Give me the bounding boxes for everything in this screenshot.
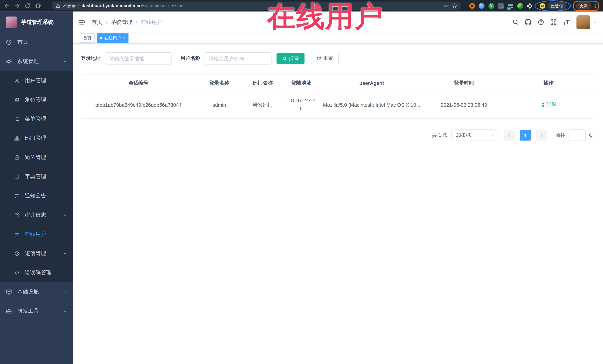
sidebar-item-errcode-mgmt[interactable]: 错误码管理 bbox=[0, 263, 73, 282]
reset-button[interactable]: 重置 bbox=[311, 53, 339, 64]
sidebar-item-user-mgmt[interactable]: 用户管理 bbox=[0, 71, 73, 90]
filter-form: 登录地址 用户名称 搜索 重置 bbox=[81, 52, 593, 65]
monitor-chart-icon bbox=[6, 289, 12, 295]
close-icon[interactable]: × bbox=[123, 36, 126, 40]
extension-leaf-icon[interactable] bbox=[517, 3, 523, 9]
extension-gray-icon[interactable] bbox=[498, 3, 504, 9]
chevron-down-icon bbox=[63, 213, 67, 217]
cell-login-ip: 101.87.244.46 bbox=[283, 95, 319, 114]
chevron-down-icon bbox=[63, 251, 67, 256]
sidebar: 芋道管理系统 首页 系统管理 用户管理 角色管理 bbox=[0, 11, 73, 364]
tag-home[interactable]: 首页 bbox=[80, 33, 95, 43]
address-bar[interactable]: 不安全 dashboard.yudao.iocoder.cn/system/us… bbox=[52, 1, 461, 10]
col-session-id: 会话编号 bbox=[81, 78, 196, 88]
page-number-1[interactable]: 1 bbox=[520, 130, 531, 141]
caret-down-icon[interactable] bbox=[593, 20, 597, 24]
url-host: dashboard.yudao.iocoder.cn bbox=[81, 3, 142, 8]
sidebar-item-role-mgmt[interactable]: 角色管理 bbox=[0, 90, 73, 110]
bookmark-star-icon[interactable] bbox=[452, 3, 457, 9]
search-button[interactable]: 搜索 bbox=[277, 53, 304, 64]
extension-donut-icon[interactable] bbox=[469, 3, 475, 9]
fullscreen-icon[interactable] bbox=[550, 19, 557, 25]
badge-icon bbox=[14, 155, 20, 160]
search-icon bbox=[282, 56, 287, 61]
gear-icon bbox=[6, 58, 12, 65]
profile-chip[interactable]: 已暂停 bbox=[537, 2, 569, 9]
sidebar-item-label: 研发工具 bbox=[17, 308, 39, 315]
login-addr-label: 登录地址 bbox=[81, 55, 101, 62]
trash-icon bbox=[541, 102, 545, 107]
warning-icon bbox=[55, 3, 60, 8]
app-logo[interactable]: 芋道管理系统 bbox=[0, 11, 73, 33]
system-submenu: 用户管理 角色管理 菜单管理 部门管理 岗位管理 bbox=[0, 71, 73, 282]
user-name-input[interactable] bbox=[205, 52, 272, 65]
sessions-table: 会话编号 登录名称 部门名称 登陆地址 userAgent 登录时间 操作 bf… bbox=[81, 75, 593, 119]
total-count: 共 1 条 bbox=[432, 132, 448, 139]
cell-session-id: bfbb1ab79ba849e49fb26ddb56a73044 bbox=[81, 100, 196, 109]
sidebar-item-label: 系统管理 bbox=[17, 58, 39, 65]
prev-page-button[interactable] bbox=[504, 130, 514, 141]
sidebar-item-notice[interactable]: 通知公告 bbox=[0, 186, 73, 206]
sidebar-item-devtools[interactable]: 研发工具 bbox=[0, 302, 73, 321]
comment-icon bbox=[14, 193, 20, 199]
force-logout-button[interactable]: 强退 bbox=[541, 101, 557, 108]
next-page-button[interactable] bbox=[536, 130, 547, 141]
log-edit-icon bbox=[14, 212, 20, 218]
col-login-time: 登录时间 bbox=[424, 78, 504, 88]
avatar[interactable] bbox=[577, 15, 590, 29]
app-header: 首页 / 系统管理 / 在线用户 TT bbox=[73, 11, 603, 33]
user-icon bbox=[14, 78, 20, 83]
page-size-select[interactable]: 20条/页 bbox=[452, 129, 498, 141]
chevron-left-icon bbox=[507, 133, 511, 137]
col-actions: 操作 bbox=[504, 78, 593, 88]
table-header-row: 会话编号 登录名称 部门名称 登陆地址 userAgent 登录时间 操作 bbox=[81, 75, 593, 91]
sidebar-item-sms-mgmt[interactable]: 短信管理 bbox=[0, 244, 73, 263]
caret-down-icon bbox=[491, 133, 495, 137]
breadcrumb-home[interactable]: 首页 bbox=[92, 19, 102, 26]
sidebar-item-dict-mgmt[interactable]: 字典管理 bbox=[0, 167, 73, 187]
sidebar-item-audit-log[interactable]: 审计日志 bbox=[0, 206, 73, 225]
book-icon bbox=[14, 174, 20, 179]
home-icon[interactable] bbox=[35, 3, 41, 9]
search-icon[interactable] bbox=[512, 19, 519, 25]
table-row: bfbb1ab79ba849e49fb26ddb56a73044 admin 研… bbox=[81, 91, 593, 119]
chrome-menu-icon[interactable] bbox=[594, 2, 596, 9]
help-icon[interactable] bbox=[537, 19, 544, 25]
address-divider bbox=[79, 3, 79, 8]
login-addr-input[interactable] bbox=[105, 52, 172, 65]
dashboard-icon bbox=[6, 39, 12, 45]
sidebar-item-label: 菜单管理 bbox=[25, 116, 46, 122]
col-login-ip: 登陆地址 bbox=[283, 77, 319, 88]
update-button[interactable]: 更新 bbox=[576, 2, 591, 9]
sidebar-item-system[interactable]: 系统管理 bbox=[0, 52, 73, 71]
github-icon[interactable] bbox=[525, 19, 531, 25]
back-icon[interactable] bbox=[4, 3, 10, 9]
forward-icon[interactable] bbox=[14, 3, 20, 9]
extension-v-icon[interactable]: V bbox=[488, 3, 494, 9]
tag-online-users[interactable]: 在线用户 × bbox=[97, 33, 128, 43]
hamburger-icon[interactable] bbox=[79, 19, 86, 26]
reload-icon[interactable] bbox=[25, 3, 31, 9]
extension-drop-icon[interactable] bbox=[479, 3, 485, 9]
sidebar-item-dept-mgmt[interactable]: 部门管理 bbox=[0, 129, 73, 148]
sidebar-item-label: 部门管理 bbox=[25, 135, 46, 142]
screen: 不安全 dashboard.yudao.iocoder.cn/system/us… bbox=[0, 0, 603, 364]
password-key-icon[interactable] bbox=[444, 3, 449, 9]
sidebar-item-online-users[interactable]: 在线用户 bbox=[0, 225, 73, 244]
url-text: dashboard.yudao.iocoder.cn/system/user-s… bbox=[81, 3, 183, 8]
extension-translate-icon[interactable]: en bbox=[508, 3, 513, 9]
sidebar-item-label: 岗位管理 bbox=[25, 154, 46, 161]
goto-page-input[interactable] bbox=[568, 129, 586, 141]
chevron-right-icon bbox=[539, 133, 544, 137]
user-name-label: 用户名称 bbox=[180, 55, 200, 62]
sidebar-item-home[interactable]: 首页 bbox=[0, 33, 73, 52]
sidebar-item-menu-mgmt[interactable]: 菜单管理 bbox=[0, 110, 73, 129]
list-icon bbox=[14, 116, 20, 122]
sidebar-item-infra[interactable]: 基础设施 bbox=[0, 282, 73, 302]
sidebar-item-label: 在线用户 bbox=[25, 231, 46, 238]
breadcrumb-system[interactable]: 系统管理 bbox=[111, 19, 132, 26]
font-size-icon[interactable]: TT bbox=[563, 19, 569, 25]
extension-flower-icon[interactable] bbox=[527, 3, 533, 9]
circle-check-icon bbox=[14, 251, 20, 256]
sidebar-item-post-mgmt[interactable]: 岗位管理 bbox=[0, 148, 73, 167]
